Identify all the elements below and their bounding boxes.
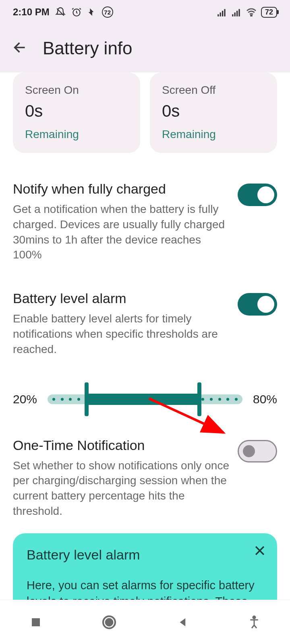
notify-full-title: Notify when fully charged — [13, 181, 230, 197]
alarm-icon — [71, 7, 82, 17]
battery-icon: 72 — [261, 7, 277, 18]
back-button[interactable] — [12, 39, 28, 57]
notify-full-row: Notify when fully charged Get a notifica… — [0, 181, 290, 262]
screen-off-value: 0s — [162, 101, 265, 121]
range-track[interactable] — [48, 381, 242, 417]
slider-handle-high[interactable] — [197, 382, 201, 416]
one-time-toggle[interactable] — [238, 440, 277, 462]
screen-off-label: Screen Off — [162, 84, 265, 97]
page-title: Battery info — [43, 38, 133, 58]
dnd-icon — [55, 7, 66, 17]
app-bar: Battery info — [0, 24, 290, 72]
notify-full-toggle[interactable] — [238, 184, 277, 206]
wifi-icon — [246, 8, 257, 17]
screen-off-caption: Remaining — [162, 128, 265, 141]
level-alarm-row: Battery level alarm Enable battery level… — [0, 291, 290, 357]
recents-button[interactable] — [30, 616, 42, 628]
notify-full-desc: Get a notification when the battery is f… — [13, 202, 230, 262]
speed-badge-icon: 72 — [102, 6, 113, 18]
screen-on-card[interactable]: Screen On 0s Remaining — [13, 72, 140, 153]
status-time: 2:10 PM — [13, 6, 50, 18]
level-alarm-slider: 20% 80% — [0, 381, 290, 417]
level-alarm-title: Battery level alarm — [13, 291, 230, 306]
one-time-desc: Set whether to show notifications only o… — [13, 458, 230, 519]
slider-handle-low[interactable] — [85, 382, 89, 416]
back-nav-button[interactable] — [177, 616, 189, 628]
screen-on-value: 0s — [25, 101, 128, 121]
slider-low-label: 20% — [13, 392, 37, 406]
one-time-title: One-Time Notification — [13, 438, 230, 453]
signal-2-icon — [231, 8, 242, 17]
system-nav-bar — [0, 600, 290, 644]
svg-point-5 — [106, 619, 113, 625]
content-area: Screen On 0s Remaining Screen Off 0s Rem… — [0, 72, 290, 644]
screen-off-card[interactable]: Screen Off 0s Remaining — [150, 72, 277, 153]
screen-on-label: Screen On — [25, 84, 128, 97]
signal-1-icon — [217, 8, 227, 17]
one-time-row: One-Time Notification Set whether to sho… — [0, 438, 290, 519]
status-bar: 2:10 PM 72 72 — [0, 0, 290, 24]
svg-rect-3 — [32, 618, 40, 626]
svg-point-1 — [251, 15, 252, 16]
charging-icon — [87, 7, 96, 17]
home-button[interactable] — [101, 614, 117, 630]
accessibility-button[interactable] — [248, 615, 260, 629]
info-card-title: Battery level alarm — [27, 547, 263, 563]
level-alarm-desc: Enable battery level alerts for timely n… — [13, 311, 230, 357]
screen-on-caption: Remaining — [25, 128, 128, 141]
svg-point-6 — [253, 616, 255, 618]
info-card-close-button[interactable] — [253, 544, 267, 559]
level-alarm-toggle[interactable] — [238, 293, 277, 316]
slider-high-label: 80% — [253, 392, 277, 406]
